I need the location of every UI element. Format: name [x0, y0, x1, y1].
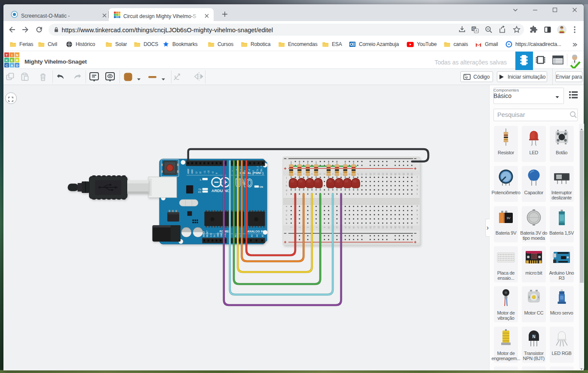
- svg-text:N: N: [16, 53, 18, 57]
- svg-text:A: A: [475, 29, 477, 33]
- svg-text:E: E: [11, 58, 13, 62]
- svg-text:9V: 9V: [507, 217, 511, 220]
- svg-text:R: R: [16, 58, 18, 62]
- svg-text:K: K: [6, 58, 8, 62]
- svg-text:C: C: [6, 63, 8, 67]
- svg-text:D: D: [16, 63, 18, 67]
- svg-text:T: T: [6, 53, 8, 57]
- svg-text:A: A: [11, 63, 13, 67]
- svg-text:I: I: [12, 53, 12, 57]
- svg-text:N: N: [532, 334, 535, 339]
